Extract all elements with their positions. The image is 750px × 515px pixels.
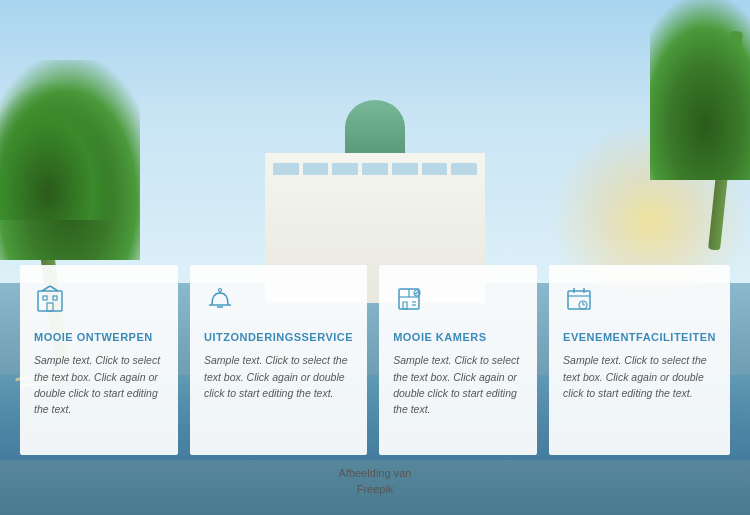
svg-rect-0: [38, 291, 62, 311]
card-1-title: MOOIE ONTWERPEN: [34, 330, 164, 344]
palm-tree-right: [650, 0, 750, 250]
card-2-text: Sample text. Click to select the text bo…: [204, 352, 353, 401]
caption-line2: Freepik: [339, 482, 412, 497]
caption-line1: Afbeelding van: [339, 466, 412, 481]
service-bell-icon: [204, 283, 353, 320]
event-icon: [563, 283, 716, 320]
svg-rect-1: [43, 296, 47, 300]
card-4-text: Sample text. Click to select the text bo…: [563, 352, 716, 401]
svg-point-8: [218, 289, 221, 292]
image-caption: Afbeelding van Freepik: [339, 466, 412, 497]
card-2-title: UITZONDERINGSSERVICE: [204, 330, 353, 344]
card-mooie-ontwerpen: MOOIE ONTWERPEN Sample text. Click to se…: [20, 265, 178, 455]
room-icon: [393, 283, 523, 320]
building-icon: [34, 283, 164, 320]
card-1-text: Sample text. Click to select the text bo…: [34, 352, 164, 417]
feature-cards: MOOIE ONTWERPEN Sample text. Click to se…: [20, 265, 730, 455]
svg-rect-3: [47, 303, 53, 311]
svg-rect-2: [53, 296, 57, 300]
card-mooie-kamers: MOOIE KAMERS Sample text. Click to selec…: [379, 265, 537, 455]
card-3-title: MOOIE KAMERS: [393, 330, 523, 344]
card-4-title: EVENEMENTFACILITEITEN: [563, 330, 716, 344]
card-3-text: Sample text. Click to select the text bo…: [393, 352, 523, 417]
card-uitzonderingsservice: UITZONDERINGSSERVICE Sample text. Click …: [190, 265, 367, 455]
card-evenementfaciliteiten: EVENEMENTFACILITEITEN Sample text. Click…: [549, 265, 730, 455]
